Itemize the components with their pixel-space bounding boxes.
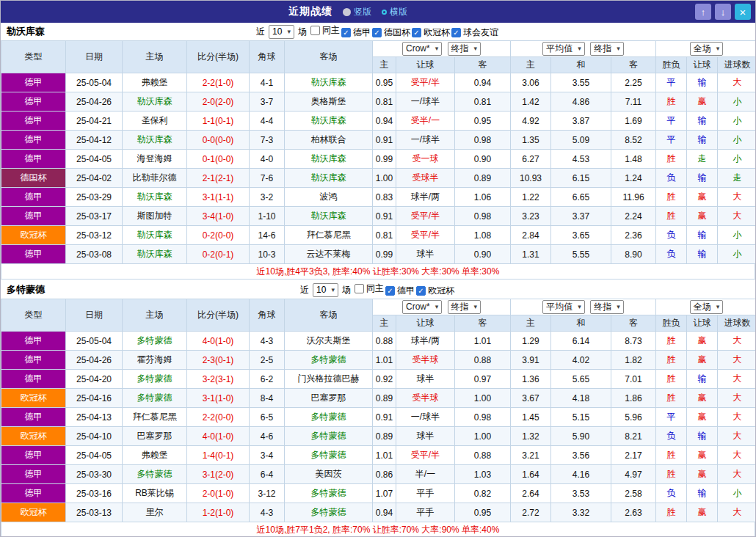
home-team: 勒沃库森 — [123, 226, 187, 245]
avg-home: 6.27 — [511, 150, 551, 169]
team-name: 勒沃库森 — [7, 25, 45, 38]
filter-option[interactable]: 同主 — [310, 24, 340, 37]
close-icon: × — [740, 6, 746, 18]
filter-option[interactable]: ✓德国杯 — [372, 26, 410, 39]
chevron-down-icon: ▾ — [287, 26, 291, 37]
match-count-select[interactable]: 10 ▾ — [269, 25, 294, 39]
match-row: 德甲25-03-29勒沃库森3-1(1-1)3-2波鸿0.83球半/两1.061… — [1, 188, 756, 207]
bookmaker-select[interactable]: Crow*▾ — [402, 42, 442, 56]
league-badge: 德甲 — [1, 408, 66, 427]
corners: 1-10 — [250, 207, 285, 226]
layout-option-label: 竖版 — [354, 6, 371, 18]
average-select[interactable]: 平均值▾ — [542, 300, 585, 314]
result-handicap: 赢 — [687, 92, 718, 112]
layout-option-horizontal[interactable]: 横版 — [382, 6, 407, 18]
avg-draw: 6.15 — [551, 169, 611, 188]
corners: 3-7 — [250, 92, 285, 112]
filter-option[interactable]: ✓德甲 — [385, 285, 415, 297]
odds-away: 0.88 — [455, 446, 511, 465]
filter-option[interactable]: ✓欧冠杯 — [412, 26, 450, 39]
average-select[interactable]: 平均值▾ — [542, 42, 585, 56]
radio-selected-icon[interactable] — [382, 10, 387, 15]
home-team: 多特蒙德 — [123, 465, 187, 484]
match-date: 25-03-29 — [66, 188, 123, 207]
section-filterbar: 多特蒙德 近 10 ▾ 场 同主✓德甲✓欧冠杯 — [1, 281, 755, 299]
avg-draw: 3.53 — [551, 484, 611, 503]
checkbox-checked-icon[interactable]: ✓ — [372, 28, 382, 37]
chevron-down-icon: ▾ — [331, 285, 335, 296]
avg-away: 2.25 — [611, 73, 656, 92]
filter-option[interactable]: ✓球会友谊 — [451, 26, 498, 39]
match-row: 德甲25-03-16RB莱比锡2-0(1-0)3-12多特蒙德1.07平手0.8… — [1, 484, 756, 503]
col-header-corners: 角球 — [250, 41, 285, 73]
match-row: 德甲25-03-17斯图加特3-4(1-0)1-10勒沃库森0.91受平/半0.… — [1, 207, 756, 226]
checkbox-checked-icon[interactable]: ✓ — [412, 28, 421, 37]
match-row: 欧冠杯25-03-13里尔1-2(1-0)4-3多特蒙德0.94平手0.952.… — [1, 503, 756, 522]
scroll-up-button[interactable]: ↑ — [695, 4, 711, 20]
handicap-line: 球半/两 — [396, 332, 455, 351]
away-team: 云达不莱梅 — [285, 245, 373, 264]
filter-option[interactable]: ✓欧冠杯 — [416, 285, 454, 297]
average-stage-select[interactable]: 终指▾ — [590, 300, 624, 314]
odds-away: 0.82 — [455, 484, 511, 503]
handicap-line: 一/球半 — [396, 92, 455, 112]
layout-option-vertical[interactable]: 竖版 — [343, 6, 371, 18]
score: 2-2(0-0) — [187, 408, 250, 427]
scope-select[interactable]: 全场▾ — [690, 300, 724, 314]
away-team: 多特蒙德 — [285, 503, 373, 522]
home-team: 圣保利 — [123, 112, 187, 131]
checkbox-unchecked-icon[interactable] — [310, 26, 320, 35]
page-title: 近期战绩 — [288, 5, 332, 18]
result-outcome: 平 — [656, 408, 687, 427]
result-goals: 小 — [718, 150, 756, 169]
match-date: 25-03-17 — [66, 207, 123, 226]
result-handicap: 赢 — [687, 207, 718, 226]
odds-home: 0.94 — [373, 112, 396, 131]
match-row: 德甲25-04-05弗赖堡1-4(0-1)3-4多特蒙德1.01受平/半0.88… — [1, 446, 756, 465]
avg-draw: 3.87 — [551, 112, 611, 131]
away-team: 勒沃库森 — [285, 169, 373, 188]
odds-group-bookmaker: Crow*▾ 终指▾ — [373, 299, 511, 315]
odds-home: 0.91 — [373, 408, 396, 427]
match-count-select[interactable]: 10 ▾ — [313, 283, 338, 297]
handicap-line: 受半球 — [396, 351, 455, 370]
score: 3-1(1-0) — [187, 389, 250, 408]
col-header-home: 主场 — [123, 41, 187, 73]
score: 2-3(0-1) — [187, 351, 250, 370]
result-goals: 小 — [718, 131, 756, 150]
odds-stage-select[interactable]: 终指▾ — [448, 42, 481, 56]
handicap-line: 一/球半 — [396, 131, 455, 150]
filter-option[interactable]: ✓德甲 — [341, 26, 371, 39]
home-team: 勒沃库森 — [123, 188, 187, 207]
result-handicap: 赢 — [687, 503, 718, 522]
avg-draw: 4.16 — [551, 465, 611, 484]
scope-select[interactable]: 全场▾ — [690, 42, 724, 56]
close-button[interactable]: × — [735, 4, 751, 20]
radio-unselected-icon[interactable] — [343, 8, 351, 16]
checkbox-unchecked-icon[interactable] — [355, 284, 364, 293]
bookmaker-select[interactable]: Crow*▾ — [402, 300, 442, 314]
league-badge: 欧冠杯 — [1, 427, 66, 446]
result-handicap: 赢 — [687, 465, 718, 484]
checkbox-checked-icon[interactable]: ✓ — [451, 28, 461, 37]
scroll-down-button[interactable]: ↓ — [715, 4, 731, 20]
down-arrow-icon: ↓ — [721, 7, 726, 18]
score: 4-0(1-0) — [187, 332, 250, 351]
average-stage-select[interactable]: 终指▾ — [590, 42, 624, 56]
odds-home: 0.89 — [373, 389, 396, 408]
away-team: 柏林联合 — [285, 131, 373, 150]
col-header-goals-result: 进球数 — [718, 57, 756, 73]
checkbox-checked-icon[interactable]: ✓ — [385, 286, 395, 296]
avg-away: 1.48 — [611, 150, 656, 169]
col-header-avg-away: 客 — [611, 57, 656, 73]
recent-results-window: 近期战绩 竖版 横版 ↑ ↓ × 勒沃库森 近 10 ▾ — [0, 0, 756, 537]
checkbox-checked-icon[interactable]: ✓ — [416, 286, 426, 296]
filter-option[interactable]: 同主 — [355, 282, 384, 295]
corners: 4-3 — [250, 332, 285, 351]
handicap-line: 受半球 — [396, 389, 455, 408]
checkbox-checked-icon[interactable]: ✓ — [341, 28, 351, 37]
odds-stage-select[interactable]: 终指▾ — [448, 300, 481, 314]
odds-away: 0.95 — [455, 503, 511, 522]
avg-away: 7.01 — [611, 370, 656, 389]
handicap-line: 受球半 — [396, 169, 455, 188]
